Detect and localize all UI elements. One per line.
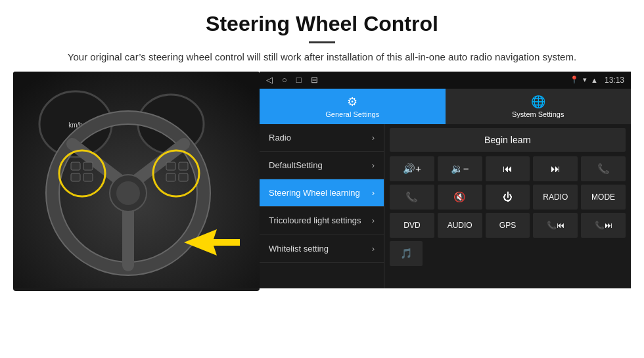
page-wrapper: Steering Wheel Control Your original car… — [0, 0, 644, 291]
location-icon: 📍 — [570, 76, 579, 84]
svg-rect-19 — [166, 173, 175, 181]
audio-label: AUDIO — [448, 221, 472, 230]
chevron-icon: › — [372, 188, 375, 198]
head-unit: ◁ ○ □ ⊟ 📍 ▾ ▲ 13:13 ⚙ General Settings — [260, 72, 631, 288]
tel-prev-icon: 📞⏮ — [547, 221, 564, 230]
media-button[interactable]: 🎵 — [390, 241, 423, 266]
dvd-button[interactable]: DVD — [390, 213, 434, 238]
whitelist-label: Whitelist setting — [269, 244, 368, 254]
tab-general-label: General Settings — [325, 110, 379, 118]
status-right: 📍 ▾ ▲ 13:13 — [570, 76, 624, 85]
vol-down-button[interactable]: 🔉− — [438, 156, 482, 181]
tab-bar: ⚙ General Settings 🌐 System Settings — [260, 89, 631, 124]
svg-rect-21 — [179, 173, 188, 181]
radio-button[interactable]: RADIO — [533, 185, 578, 210]
prev-track-button[interactable]: ⏮ — [486, 156, 530, 181]
wifi-icon: ▾ — [583, 76, 587, 84]
phone-button[interactable]: 📞 — [581, 156, 626, 181]
gps-button[interactable]: GPS — [486, 213, 530, 238]
mute-icon: 🔇 — [453, 191, 466, 203]
begin-learn-row: Begin learn — [390, 128, 626, 152]
prev-track-icon: ⏮ — [503, 163, 513, 174]
recents-icon[interactable]: □ — [296, 75, 302, 85]
settings-item-default[interactable]: DefaultSetting › — [260, 152, 384, 179]
radio-label-icon: RADIO — [543, 192, 568, 202]
svg-rect-17 — [83, 173, 93, 181]
answer-button[interactable]: 📞 — [390, 185, 434, 210]
settings-item-steering[interactable]: Steering Wheel learning › — [260, 179, 384, 207]
vol-up-button[interactable]: 🔊+ — [390, 156, 434, 181]
dvd-label: DVD — [403, 221, 420, 230]
gear-icon: ⚙ — [347, 95, 357, 109]
audio-button[interactable]: AUDIO — [438, 213, 482, 238]
control-row-4: 🎵 — [390, 241, 626, 266]
tel-prev-button[interactable]: 📞⏮ — [533, 213, 578, 238]
chevron-icon: › — [372, 160, 375, 170]
svg-rect-14 — [71, 162, 80, 170]
chevron-icon: › — [372, 215, 375, 225]
settings-area: Radio › DefaultSetting › Steering Wheel … — [260, 124, 631, 288]
svg-rect-16 — [83, 162, 93, 170]
settings-item-tricoloured[interactable]: Tricoloured light settings › — [260, 207, 384, 236]
svg-rect-15 — [71, 173, 80, 181]
system-icon: 🌐 — [531, 95, 545, 109]
svg-rect-20 — [179, 162, 188, 170]
power-icon: ⏻ — [503, 191, 513, 202]
next-track-button[interactable]: ⏭ — [533, 156, 578, 181]
control-row-1: 🔊+ 🔉− ⏮ ⏭ 📞 — [390, 156, 626, 181]
tel-next-icon: 📞⏭ — [595, 221, 612, 230]
main-content: km/h — [0, 72, 644, 291]
svg-rect-18 — [166, 162, 175, 170]
phone-icon: 📞 — [597, 163, 610, 175]
settings-list: Radio › DefaultSetting › Steering Wheel … — [260, 124, 384, 288]
radio-label: Radio — [269, 133, 368, 143]
default-label: DefaultSetting — [269, 160, 368, 170]
steering-wheel-image: km/h — [13, 72, 260, 291]
tab-system[interactable]: 🌐 System Settings — [446, 89, 632, 124]
status-bar: ◁ ○ □ ⊟ 📍 ▾ ▲ 13:13 — [260, 72, 631, 89]
begin-learn-button[interactable]: Begin learn — [390, 128, 626, 152]
menu-icon[interactable]: ⊟ — [311, 75, 318, 85]
svg-point-11 — [116, 181, 140, 205]
next-track-icon: ⏭ — [551, 163, 561, 174]
vol-down-icon: 🔉− — [451, 163, 469, 175]
media-icon: 🎵 — [400, 248, 413, 259]
tel-next-button[interactable]: 📞⏭ — [581, 213, 626, 238]
control-row-3: DVD AUDIO GPS 📞⏮ 📞⏭ — [390, 213, 626, 238]
chevron-icon: › — [372, 244, 375, 254]
clock: 13:13 — [605, 76, 624, 85]
settings-item-radio[interactable]: Radio › — [260, 124, 384, 152]
chevron-icon: › — [372, 133, 375, 143]
steering-label: Steering Wheel learning — [269, 188, 368, 198]
divider — [309, 41, 335, 43]
back-icon[interactable]: ◁ — [266, 75, 273, 85]
mute-button[interactable]: 🔇 — [438, 185, 482, 210]
vol-up-icon: 🔊+ — [403, 163, 421, 175]
tricoloured-label: Tricoloured light settings — [269, 215, 368, 227]
mode-label-icon: MODE — [591, 192, 615, 202]
control-row-2: 📞 🔇 ⏻ RADIO MODE — [390, 185, 626, 210]
tab-system-label: System Settings — [512, 110, 564, 118]
page-subtitle: Your original car’s steering wheel contr… — [39, 50, 605, 65]
power-button[interactable]: ⏻ — [486, 185, 530, 210]
gps-label: GPS — [499, 221, 516, 230]
signal-icon: ▲ — [591, 76, 598, 84]
answer-icon: 📞 — [405, 191, 418, 203]
home-icon[interactable]: ○ — [282, 75, 287, 85]
tab-general[interactable]: ⚙ General Settings — [260, 89, 446, 124]
status-icons-left: ◁ ○ □ ⊟ — [266, 75, 318, 85]
settings-item-whitelist[interactable]: Whitelist setting › — [260, 235, 384, 263]
page-header: Steering Wheel Control Your original car… — [0, 0, 644, 72]
page-title: Steering Wheel Control — [39, 12, 605, 36]
controls-panel: Begin learn 🔊+ 🔉− ⏮ — [384, 124, 631, 288]
mode-button[interactable]: MODE — [581, 185, 626, 210]
